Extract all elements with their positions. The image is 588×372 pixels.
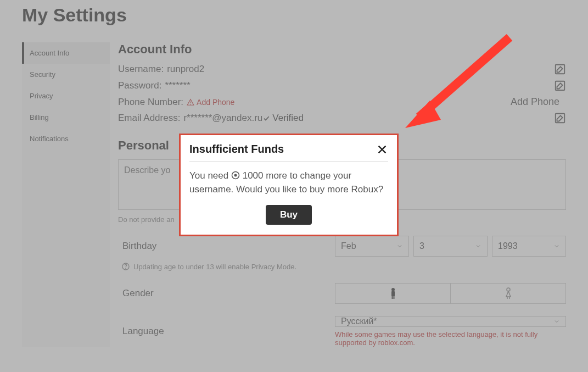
question-icon bbox=[121, 262, 130, 271]
birthday-row: Birthday Feb 3 1993 bbox=[118, 236, 566, 257]
edit-password-icon[interactable] bbox=[554, 80, 566, 92]
modal-amount: 1000 bbox=[243, 170, 264, 181]
sidebar: Account Info Security Privacy Billing No… bbox=[22, 42, 110, 347]
language-row: Language Русский* While some games may u… bbox=[118, 316, 566, 347]
svg-point-7 bbox=[391, 288, 395, 291]
page-title: My Settings bbox=[22, 4, 588, 26]
add-phone-link[interactable]: Add Phone bbox=[187, 98, 234, 107]
account-info-heading: Account Info bbox=[118, 42, 566, 57]
birthday-day-select[interactable]: 3 bbox=[413, 236, 488, 257]
language-label: Language bbox=[118, 326, 335, 337]
male-icon bbox=[389, 287, 397, 299]
birthday-label: Birthday bbox=[118, 241, 335, 252]
birthday-year-select[interactable]: 1993 bbox=[492, 236, 566, 257]
phone-label: Phone Number: bbox=[118, 97, 183, 108]
username-row: Username: runprod2 bbox=[118, 63, 566, 75]
buy-button[interactable]: Buy bbox=[266, 205, 312, 225]
birthday-month-select[interactable]: Feb bbox=[335, 236, 409, 257]
modal-title: Insufficient Funds bbox=[189, 143, 284, 156]
language-warning: While some games may use the selected la… bbox=[335, 330, 566, 347]
modal-body-prefix: You need bbox=[189, 170, 231, 181]
birthday-year-value: 1993 bbox=[498, 241, 518, 251]
modal-body: You need 1000 more to change your userna… bbox=[189, 162, 388, 201]
edit-username-icon[interactable] bbox=[554, 63, 566, 75]
birthday-note-text: Updating age to under 13 will enable Pri… bbox=[133, 263, 296, 271]
password-value: ******* bbox=[165, 80, 190, 91]
sidebar-item-security[interactable]: Security bbox=[22, 64, 110, 85]
phone-row: Phone Number: Add Phone Add Phone bbox=[118, 96, 566, 108]
birthday-day-value: 3 bbox=[419, 241, 424, 251]
chevron-down-icon bbox=[553, 318, 560, 325]
add-phone-button[interactable]: Add Phone bbox=[511, 96, 559, 108]
verified-label: Verified bbox=[272, 113, 304, 124]
svg-rect-9 bbox=[391, 296, 393, 299]
chevron-down-icon bbox=[553, 243, 560, 249]
sidebar-item-notifications[interactable]: Notifications bbox=[22, 128, 110, 149]
add-phone-link-label: Add Phone bbox=[197, 98, 234, 107]
edit-email-icon[interactable] bbox=[554, 112, 566, 124]
language-value: Русский* bbox=[341, 317, 377, 326]
email-row: Email Address: r*******@yandex.ru Verifi… bbox=[118, 112, 566, 124]
gender-female-button[interactable] bbox=[450, 283, 566, 304]
robux-icon bbox=[231, 171, 240, 180]
gender-male-button[interactable] bbox=[335, 283, 450, 304]
birthday-note: Updating age to under 13 will enable Pri… bbox=[118, 262, 566, 271]
svg-point-3 bbox=[191, 104, 191, 104]
username-label: Username: bbox=[118, 64, 164, 75]
email-label: Email Address: bbox=[118, 113, 180, 124]
gender-row: Gender bbox=[118, 283, 566, 304]
svg-point-19 bbox=[234, 174, 237, 177]
username-value: runprod2 bbox=[167, 64, 204, 75]
close-icon[interactable] bbox=[376, 143, 388, 156]
password-label: Password: bbox=[118, 80, 161, 91]
gender-label: Gender bbox=[118, 288, 335, 299]
language-select[interactable]: Русский* bbox=[335, 316, 566, 327]
password-row: Password: ******* bbox=[118, 80, 566, 92]
chevron-down-icon bbox=[475, 243, 481, 249]
svg-rect-10 bbox=[393, 296, 394, 299]
sidebar-item-billing[interactable]: Billing bbox=[22, 107, 110, 128]
sidebar-item-account-info[interactable]: Account Info bbox=[22, 42, 110, 64]
svg-rect-8 bbox=[391, 291, 395, 296]
svg-point-6 bbox=[126, 268, 126, 269]
verified-check-icon bbox=[262, 114, 270, 122]
birthday-month-value: Feb bbox=[341, 241, 356, 251]
email-value: r*******@yandex.ru bbox=[183, 113, 262, 124]
female-icon bbox=[504, 287, 513, 299]
warning-icon bbox=[187, 98, 194, 106]
sidebar-item-privacy[interactable]: Privacy bbox=[22, 85, 110, 107]
insufficient-funds-modal: Insufficient Funds You need 1000 more to… bbox=[179, 134, 399, 236]
chevron-down-icon bbox=[396, 243, 403, 249]
